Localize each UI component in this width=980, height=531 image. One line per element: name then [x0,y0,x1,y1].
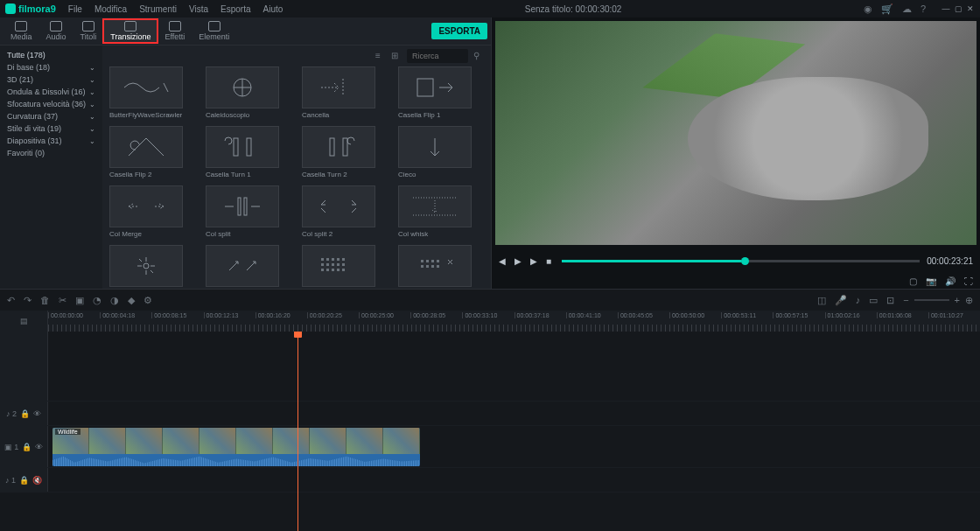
screen-icon[interactable]: ▢ [909,276,917,286]
keyframe-icon[interactable]: ◆ [128,295,135,306]
zoom-in-icon[interactable]: + [955,295,960,305]
grid-icon[interactable]: ⊞ [391,51,402,61]
sidebar-item-sfocatura[interactable]: Sfocatura velocità (36)⌄ [0,98,102,110]
marker-icon[interactable]: ◫ [817,295,826,306]
next-button[interactable]: ▶ [530,256,539,265]
timeline-clip[interactable]: Wildlife [52,428,420,466]
transition-thumb[interactable]: Cancella [302,66,388,119]
undo-icon[interactable]: ↶ [7,295,15,306]
lock-icon[interactable]: 🔒 [20,409,30,418]
snap-icon[interactable]: ⊡ [886,295,894,306]
svg-rect-24 [421,260,424,262]
cloud-icon[interactable]: ☁ [902,3,912,15]
menu-modifica[interactable]: Modifica [94,4,127,14]
speed-icon[interactable]: ◔ [93,295,102,306]
export-button[interactable]: ESPORTA [431,23,487,39]
transition-thumb[interactable]: Casella Flip 2 [109,126,195,178]
ruler-mark: 00:00:50:00 [669,312,721,318]
transition-thumb[interactable]: Cross shutter 2 [398,245,484,289]
search-input[interactable] [407,49,468,63]
transition-thumb[interactable]: Cross merge [206,245,291,289]
redo-icon[interactable]: ↷ [24,295,32,306]
play-button[interactable]: ▶ [514,256,523,265]
lock-icon[interactable]: 🔒 [22,443,32,451]
sidebar-item-favoriti[interactable]: Favoriti (0) [0,147,102,159]
sidebar-item-dibase[interactable]: Di base (18)⌄ [0,61,102,73]
track-head-audio1[interactable]: ♪ 1 🔒 🔇 [0,468,48,492]
color-icon[interactable]: ◑ [110,295,119,306]
transition-thumb[interactable]: Casella Flip 1 [398,66,484,119]
camera-icon[interactable]: 📷 [926,276,936,286]
transition-thumb[interactable]: Col split 2 [302,185,388,238]
mic-icon[interactable]: 🎤 [835,295,847,306]
tab-media[interactable]: Media [4,19,39,43]
user-icon[interactable]: ◉ [864,3,872,15]
ruler-mark: 00:00:16:20 [256,312,307,318]
menu-esporta[interactable]: Esporta [220,4,250,14]
project-title: Senza titolo: 00:00:30:02 [283,4,864,14]
tracks-toggle[interactable]: ▤ [0,311,48,332]
menu-aiuto[interactable]: Aiuto [263,4,284,14]
crop-icon[interactable]: ▣ [75,295,84,306]
mute-icon[interactable]: 🔇 [32,476,42,485]
render-icon[interactable]: ▭ [869,295,878,306]
chevron-down-icon: ⌄ [89,101,95,108]
track-head-video1[interactable]: ▣ 1 🔒 👁 [0,426,48,467]
minimize-icon[interactable]: — [942,4,950,13]
ruler-mark: 00:00:37:18 [514,312,566,318]
adjust-icon[interactable]: ⚙ [144,295,152,306]
cut-icon[interactable]: ✂ [59,295,66,306]
prev-button[interactable]: ◀ [499,256,508,265]
mixer-icon[interactable]: ♪ [856,295,861,305]
transition-thumb[interactable]: CrazyParametricFun [109,245,195,289]
zoom-out-icon[interactable]: − [903,295,908,305]
timeline-ruler[interactable]: 00:00:00:0000:00:04:1800:00:08:1500:00:1… [48,311,980,332]
tab-audio[interactable]: Audio [39,19,74,43]
track-head-audio2[interactable]: ♪ 2 🔒 👁 [0,402,48,425]
transition-thumb[interactable]: Casella Turn 2 [302,126,388,178]
playhead-dot[interactable] [741,257,749,265]
sidebar-item-curvatura[interactable]: Curvatura (37)⌄ [0,110,102,122]
eye-icon[interactable]: 👁 [35,443,43,451]
sort-icon[interactable]: ≡ [375,51,386,61]
stop-button[interactable]: ■ [546,256,555,265]
zoom-slider[interactable] [914,299,949,301]
transition-thumb[interactable]: Col Merge [109,185,195,238]
sidebar-item-diapositiva[interactable]: Diapositiva (31)⌄ [0,135,102,147]
sidebar-item-3d[interactable]: 3D (21)⌄ [0,73,102,86]
sidebar-item-stiledivita[interactable]: Stile di vita (19)⌄ [0,122,102,135]
transition-icon [124,21,136,31]
menu-strumenti[interactable]: Strumenti [139,4,177,14]
svg-rect-13 [342,258,345,261]
svg-rect-21 [332,269,334,271]
help-icon[interactable]: ? [920,3,926,14]
menu-vista[interactable]: Vista [189,4,208,14]
tab-elementi[interactable]: Elementi [192,19,236,43]
close-icon[interactable]: ✕ [966,4,975,13]
progress-bar[interactable] [562,260,920,262]
playhead[interactable] [298,332,298,531]
menu-file[interactable]: File [68,4,82,14]
transition-thumb[interactable]: Col split [206,185,291,238]
lock-icon[interactable]: 🔒 [19,476,29,485]
tab-effetti[interactable]: Effetti [158,19,192,43]
search-icon[interactable]: ⚲ [473,51,484,61]
tab-titoli[interactable]: Titoli [74,19,104,43]
zoom-fit-icon[interactable]: ⊕ [965,295,973,306]
sidebar-item-ondula[interactable]: Ondula & Dissolvi (16)⌄ [0,86,102,98]
transition-label: Casella Flip 1 [398,111,484,119]
eye-icon[interactable]: 👁 [33,409,41,418]
sidebar-item-tutte[interactable]: Tutte (178) [0,49,102,61]
transition-thumb[interactable]: Caleidoscopio [206,66,291,119]
maximize-icon[interactable]: ▢ [954,4,962,13]
volume-icon[interactable]: 🔊 [945,276,956,286]
transition-thumb[interactable]: ButterFlyWaveScrawler [109,66,195,119]
transition-thumb[interactable]: Col whisk [398,185,484,238]
tab-transizione[interactable]: Transizione [103,19,158,43]
delete-icon[interactable]: 🗑 [40,295,50,305]
transition-thumb[interactable]: Cieco [398,126,484,178]
cart-icon[interactable]: 🛒 [881,3,893,15]
fullscreen-icon[interactable]: ⛶ [964,276,973,286]
transition-thumb[interactable]: Cross shutter 1 [302,245,388,289]
transition-thumb[interactable]: Casella Turn 1 [206,126,291,178]
